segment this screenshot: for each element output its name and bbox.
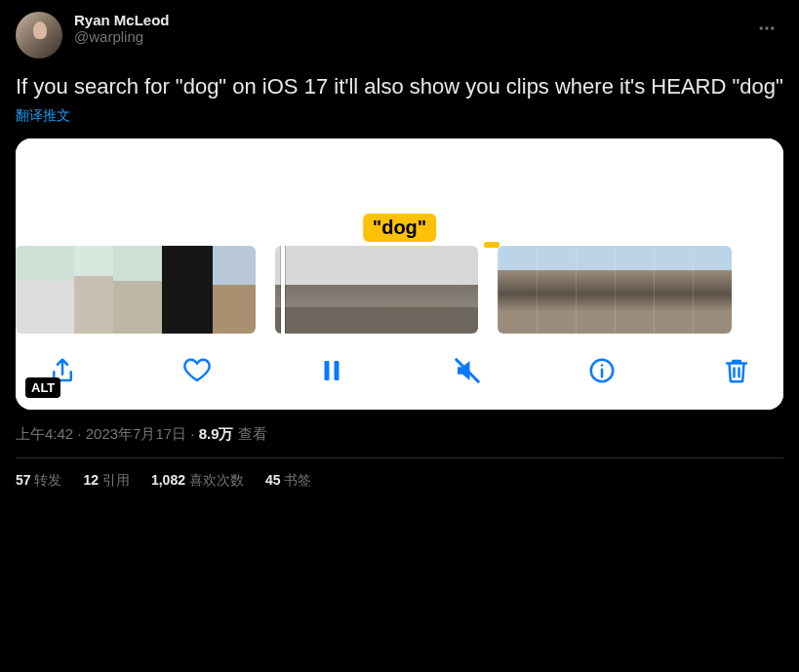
tweet-meta[interactable]: 上午4:42 · 2023年7月17日 · 8.9万 查看 — [16, 425, 783, 444]
svg-point-8 — [601, 364, 604, 367]
timeline-frame — [213, 246, 256, 334]
info-icon — [587, 356, 617, 385]
timeline-frame — [16, 246, 45, 334]
timeline-frame — [498, 246, 537, 334]
clip-group[interactable] — [498, 246, 732, 334]
timeline-frame — [275, 246, 343, 334]
timeline-frame — [576, 246, 615, 334]
trash-icon — [722, 356, 751, 385]
timeline-frame — [537, 246, 576, 334]
svg-point-2 — [771, 26, 774, 29]
playhead[interactable] — [281, 246, 285, 334]
author-block[interactable]: Ryan McLeod @warpling — [74, 12, 739, 45]
views-count: 8.9万 — [199, 425, 234, 442]
clip-group-active[interactable] — [275, 246, 478, 334]
media-top: "dog" — [16, 138, 783, 246]
quotes-stat[interactable]: 12 引用 — [83, 472, 129, 490]
timeline-frame — [343, 246, 410, 334]
timeline-frame — [74, 246, 113, 334]
heart-icon — [182, 356, 212, 385]
search-term-label: "dog" — [363, 214, 437, 242]
bookmarks-stat[interactable]: 45 书签 — [265, 472, 311, 490]
pause-icon — [317, 356, 346, 385]
timeline-frame — [615, 246, 654, 334]
speaker-mute-icon — [453, 356, 482, 385]
avatar[interactable] — [16, 12, 62, 59]
svg-point-1 — [765, 26, 768, 29]
svg-point-0 — [760, 26, 763, 29]
retweets-stat[interactable]: 57 转发 — [16, 472, 61, 490]
tweet-time: 上午4:42 — [16, 425, 73, 442]
timeline-marker — [484, 242, 499, 248]
timeline-frame — [162, 246, 213, 334]
pause-button[interactable] — [312, 351, 351, 390]
timeline-frame — [693, 246, 732, 334]
clip-group[interactable] — [16, 246, 256, 334]
tweet-date: 2023年7月17日 — [86, 425, 186, 442]
tweet-header: Ryan McLeod @warpling — [16, 12, 783, 59]
more-button[interactable] — [750, 12, 783, 45]
stats-row: 57 转发 12 引用 1,082 喜欢次数 45 书签 — [16, 472, 783, 490]
timeline-frame — [654, 246, 693, 334]
more-horizontal-icon — [757, 19, 777, 38]
alt-badge[interactable]: ALT — [25, 377, 60, 398]
timeline-frame — [113, 246, 162, 334]
media-toolbar — [16, 334, 783, 410]
likes-stat[interactable]: 1,082 喜欢次数 — [151, 472, 244, 490]
media-card[interactable]: "dog" — [16, 138, 783, 410]
svg-rect-3 — [325, 361, 330, 380]
timeline-frame — [45, 246, 74, 334]
display-name: Ryan McLeod — [74, 12, 739, 28]
timeline-frame — [410, 246, 478, 334]
handle: @warpling — [74, 28, 739, 45]
tweet-container: Ryan McLeod @warpling If you search for … — [0, 0, 799, 501]
views-label: 查看 — [234, 425, 267, 442]
divider — [16, 457, 783, 458]
info-button[interactable] — [582, 351, 621, 390]
tweet-text: If you search for "dog" on iOS 17 it'll … — [16, 72, 783, 101]
svg-rect-4 — [335, 361, 340, 380]
delete-button[interactable] — [717, 351, 756, 390]
video-timeline[interactable] — [16, 246, 783, 334]
translate-link[interactable]: 翻译推文 — [16, 107, 70, 125]
mute-button[interactable] — [448, 351, 487, 390]
like-button[interactable] — [178, 351, 217, 390]
